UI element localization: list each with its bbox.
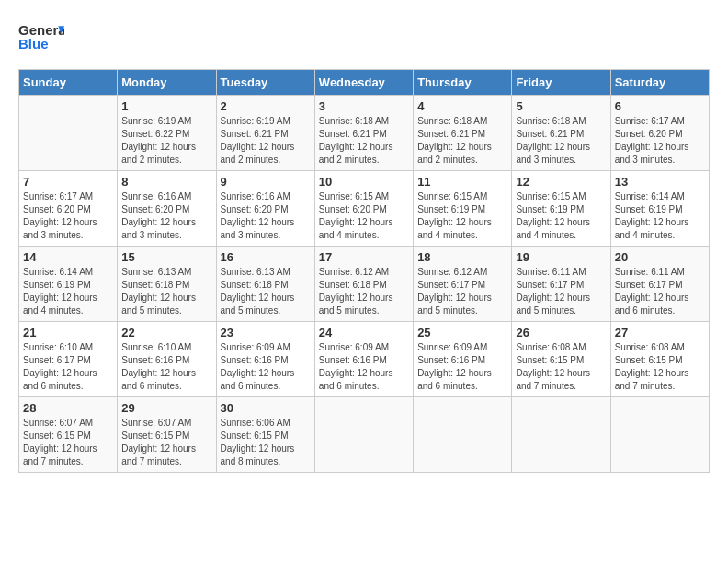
calendar-cell [512, 397, 610, 473]
calendar-cell: 7Sunrise: 6:17 AMSunset: 6:20 PMDaylight… [19, 171, 118, 247]
calendar-cell: 19Sunrise: 6:11 AMSunset: 6:17 PMDayligh… [512, 247, 610, 322]
day-number: 19 [516, 250, 606, 264]
day-info: Sunrise: 6:14 AMSunset: 6:19 PMDaylight:… [615, 190, 705, 242]
calendar-week-2: 7Sunrise: 6:17 AMSunset: 6:20 PMDaylight… [19, 171, 710, 247]
day-number: 24 [319, 326, 409, 339]
day-info: Sunrise: 6:19 AMSunset: 6:22 PMDaylight:… [121, 115, 211, 167]
day-info: Sunrise: 6:09 AMSunset: 6:16 PMDaylight:… [417, 341, 507, 393]
day-info: Sunrise: 6:15 AMSunset: 6:19 PMDaylight:… [417, 190, 507, 242]
day-info: Sunrise: 6:12 AMSunset: 6:17 PMDaylight:… [417, 266, 507, 317]
calendar-cell: 9Sunrise: 6:16 AMSunset: 6:20 PMDaylight… [216, 171, 314, 247]
day-info: Sunrise: 6:16 AMSunset: 6:20 PMDaylight:… [121, 190, 211, 242]
column-header-monday: Monday [118, 70, 216, 96]
calendar-cell [314, 397, 413, 473]
calendar-cell: 8Sunrise: 6:16 AMSunset: 6:20 PMDaylight… [118, 171, 216, 247]
day-info: Sunrise: 6:08 AMSunset: 6:15 PMDaylight:… [516, 341, 606, 393]
calendar-cell: 13Sunrise: 6:14 AMSunset: 6:19 PMDayligh… [610, 171, 709, 247]
day-info: Sunrise: 6:11 AMSunset: 6:17 PMDaylight:… [516, 266, 606, 317]
day-number: 7 [23, 175, 113, 189]
svg-text:Blue: Blue [18, 36, 49, 52]
day-number: 22 [121, 326, 211, 339]
day-number: 14 [23, 250, 113, 264]
day-number: 2 [221, 99, 311, 113]
day-number: 20 [615, 250, 705, 264]
calendar-cell: 26Sunrise: 6:08 AMSunset: 6:15 PMDayligh… [512, 322, 610, 397]
day-info: Sunrise: 6:09 AMSunset: 6:16 PMDaylight:… [221, 341, 311, 393]
day-number: 4 [417, 99, 507, 113]
calendar-cell: 5Sunrise: 6:18 AMSunset: 6:21 PMDaylight… [512, 96, 610, 171]
day-number: 16 [221, 250, 311, 264]
day-info: Sunrise: 6:10 AMSunset: 6:16 PMDaylight:… [121, 341, 211, 393]
day-number: 30 [221, 401, 311, 415]
column-header-thursday: Thursday [414, 70, 512, 96]
day-info: Sunrise: 6:15 AMSunset: 6:20 PMDaylight:… [319, 190, 409, 242]
calendar-cell: 10Sunrise: 6:15 AMSunset: 6:20 PMDayligh… [314, 171, 413, 247]
day-number: 28 [23, 401, 113, 415]
day-number: 17 [319, 250, 409, 264]
calendar-cell: 18Sunrise: 6:12 AMSunset: 6:17 PMDayligh… [414, 247, 512, 322]
calendar-cell: 23Sunrise: 6:09 AMSunset: 6:16 PMDayligh… [216, 322, 314, 397]
day-info: Sunrise: 6:07 AMSunset: 6:15 PMDaylight:… [23, 417, 113, 468]
day-info: Sunrise: 6:17 AMSunset: 6:20 PMDaylight:… [615, 115, 705, 167]
column-header-tuesday: Tuesday [216, 70, 314, 96]
day-number: 10 [319, 175, 409, 189]
day-number: 27 [615, 326, 705, 339]
calendar-cell: 27Sunrise: 6:08 AMSunset: 6:15 PMDayligh… [610, 322, 709, 397]
column-header-sunday: Sunday [19, 70, 118, 96]
day-info: Sunrise: 6:13 AMSunset: 6:18 PMDaylight:… [221, 266, 311, 317]
calendar-cell [19, 96, 118, 171]
calendar-cell [414, 397, 512, 473]
logo-icon: General Blue [18, 18, 64, 60]
day-info: Sunrise: 6:18 AMSunset: 6:21 PMDaylight:… [516, 115, 606, 167]
day-info: Sunrise: 6:18 AMSunset: 6:21 PMDaylight:… [319, 115, 409, 167]
day-info: Sunrise: 6:12 AMSunset: 6:18 PMDaylight:… [319, 266, 409, 317]
day-number: 18 [417, 250, 507, 264]
calendar-cell: 28Sunrise: 6:07 AMSunset: 6:15 PMDayligh… [19, 397, 118, 473]
day-number: 15 [121, 250, 211, 264]
calendar-cell: 21Sunrise: 6:10 AMSunset: 6:17 PMDayligh… [19, 322, 118, 397]
calendar-cell: 4Sunrise: 6:18 AMSunset: 6:21 PMDaylight… [414, 96, 512, 171]
day-info: Sunrise: 6:10 AMSunset: 6:17 PMDaylight:… [23, 341, 113, 393]
day-info: Sunrise: 6:13 AMSunset: 6:18 PMDaylight:… [121, 266, 211, 317]
day-info: Sunrise: 6:08 AMSunset: 6:15 PMDaylight:… [615, 341, 705, 393]
day-number: 13 [615, 175, 705, 189]
calendar-cell: 14Sunrise: 6:14 AMSunset: 6:19 PMDayligh… [19, 247, 118, 322]
day-info: Sunrise: 6:17 AMSunset: 6:20 PMDaylight:… [23, 190, 113, 242]
day-number: 1 [121, 99, 211, 113]
day-number: 21 [23, 326, 113, 339]
calendar-week-3: 14Sunrise: 6:14 AMSunset: 6:19 PMDayligh… [19, 247, 710, 322]
day-info: Sunrise: 6:09 AMSunset: 6:16 PMDaylight:… [319, 341, 409, 393]
day-info: Sunrise: 6:06 AMSunset: 6:15 PMDaylight:… [221, 417, 311, 468]
calendar-cell: 24Sunrise: 6:09 AMSunset: 6:16 PMDayligh… [314, 322, 413, 397]
calendar-cell: 2Sunrise: 6:19 AMSunset: 6:21 PMDaylight… [216, 96, 314, 171]
calendar-cell: 15Sunrise: 6:13 AMSunset: 6:18 PMDayligh… [118, 247, 216, 322]
calendar-cell: 6Sunrise: 6:17 AMSunset: 6:20 PMDaylight… [610, 96, 709, 171]
calendar-cell: 12Sunrise: 6:15 AMSunset: 6:19 PMDayligh… [512, 171, 610, 247]
day-number: 25 [417, 326, 507, 339]
day-info: Sunrise: 6:16 AMSunset: 6:20 PMDaylight:… [221, 190, 311, 242]
calendar-cell: 11Sunrise: 6:15 AMSunset: 6:19 PMDayligh… [414, 171, 512, 247]
day-number: 11 [417, 175, 507, 189]
calendar-week-4: 21Sunrise: 6:10 AMSunset: 6:17 PMDayligh… [19, 322, 710, 397]
day-number: 8 [121, 175, 211, 189]
day-info: Sunrise: 6:07 AMSunset: 6:15 PMDaylight:… [121, 417, 211, 468]
day-number: 6 [615, 99, 705, 113]
column-header-friday: Friday [512, 70, 610, 96]
day-number: 26 [516, 326, 606, 339]
calendar-cell: 17Sunrise: 6:12 AMSunset: 6:18 PMDayligh… [314, 247, 413, 322]
day-info: Sunrise: 6:15 AMSunset: 6:19 PMDaylight:… [516, 190, 606, 242]
calendar-week-1: 1Sunrise: 6:19 AMSunset: 6:22 PMDaylight… [19, 96, 710, 171]
calendar-cell: 3Sunrise: 6:18 AMSunset: 6:21 PMDaylight… [314, 96, 413, 171]
calendar-cell: 25Sunrise: 6:09 AMSunset: 6:16 PMDayligh… [414, 322, 512, 397]
calendar-cell: 22Sunrise: 6:10 AMSunset: 6:16 PMDayligh… [118, 322, 216, 397]
day-number: 5 [516, 99, 606, 113]
calendar-week-5: 28Sunrise: 6:07 AMSunset: 6:15 PMDayligh… [19, 397, 710, 473]
calendar-cell: 29Sunrise: 6:07 AMSunset: 6:15 PMDayligh… [118, 397, 216, 473]
calendar-cell: 20Sunrise: 6:11 AMSunset: 6:17 PMDayligh… [610, 247, 709, 322]
day-number: 29 [121, 401, 211, 415]
header: General Blue [18, 18, 710, 60]
day-number: 12 [516, 175, 606, 189]
logo: General Blue [18, 18, 66, 60]
calendar-table: SundayMondayTuesdayWednesdayThursdayFrid… [18, 69, 710, 473]
column-header-wednesday: Wednesday [314, 70, 413, 96]
